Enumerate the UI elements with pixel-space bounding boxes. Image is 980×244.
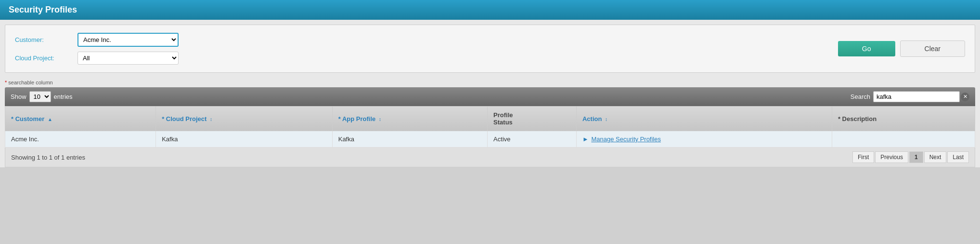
asterisk-icon: *	[5, 80, 7, 85]
go-button[interactable]: Go	[838, 41, 895, 56]
cell-description	[832, 131, 975, 148]
col-action[interactable]: Action ↕	[576, 107, 832, 131]
filter-rows-wrapper: Customer: Acme Inc. Other Customer Cloud…	[15, 33, 965, 65]
col-profile-status-label: ProfileStatus	[493, 111, 513, 126]
page-btn-first[interactable]: First	[852, 151, 874, 163]
page-title: Security Profiles	[9, 5, 971, 15]
page-btn-previous[interactable]: Previous	[875, 151, 908, 163]
manage-security-profiles-link[interactable]: Manage Security Profiles	[591, 136, 661, 143]
search-input[interactable]	[873, 91, 960, 102]
header-bar: Security Profiles	[0, 0, 980, 20]
showing-text: Showing 1 to 1 of 1 entries	[11, 154, 85, 161]
cloud-project-label: Cloud Project:	[15, 54, 77, 62]
col-app-profile-label: * App Profile	[338, 115, 376, 122]
page-btn-last[interactable]: Last	[947, 151, 969, 163]
data-table: * Customer ▲ * Cloud Project ↕ * App Pro…	[5, 106, 975, 148]
cell-customer: Acme Inc.	[5, 131, 156, 148]
entries-per-page-select[interactable]: 10 25 50	[29, 91, 51, 102]
searchable-note-text: searchable column	[8, 80, 52, 85]
action-arrow-icon: ►	[582, 136, 589, 143]
cell-cloud-project: Kafka	[156, 131, 333, 148]
table-header-row: * Customer ▲ * Cloud Project ↕ * App Pro…	[5, 107, 975, 131]
cloud-project-select[interactable]: All Kafka Other	[77, 52, 179, 65]
cloud-project-sort-icon: ↕	[210, 117, 212, 122]
col-description: * Description	[832, 107, 975, 131]
table-body: Acme Inc. Kafka Kafka Active ► Manage Se…	[5, 131, 975, 148]
col-app-profile[interactable]: * App Profile ↕	[332, 107, 487, 131]
app-profile-sort-icon: ↕	[379, 117, 381, 122]
page-btn-1[interactable]: 1	[909, 151, 923, 163]
table-row: Acme Inc. Kafka Kafka Active ► Manage Se…	[5, 131, 975, 148]
customer-sort-icon: ▲	[48, 117, 52, 122]
filter-panel: Customer: Acme Inc. Other Customer Cloud…	[5, 25, 975, 73]
col-cloud-project[interactable]: * Cloud Project ↕	[156, 107, 333, 131]
table-section: * searchable column Show 10 25 50 entrie…	[5, 78, 975, 167]
clear-button[interactable]: Clear	[900, 41, 965, 57]
cloud-project-filter-row: Cloud Project: All Kafka Other	[15, 52, 838, 65]
customer-label: Customer:	[15, 36, 77, 43]
col-profile-status: ProfileStatus	[488, 107, 577, 131]
col-customer-label: * Customer	[11, 115, 44, 122]
filter-actions: Go Clear	[838, 41, 965, 57]
entries-label: entries	[54, 93, 73, 100]
cell-action: ► Manage Security Profiles	[576, 131, 832, 148]
show-label: Show	[11, 93, 26, 100]
cell-profile-status: Active	[488, 131, 577, 148]
col-customer[interactable]: * Customer ▲	[5, 107, 156, 131]
searchable-note: * searchable column	[5, 78, 975, 87]
search-box-wrap: Search ✕	[851, 91, 969, 102]
col-description-label: * Description	[838, 115, 877, 122]
table-head: * Customer ▲ * Cloud Project ↕ * App Pro…	[5, 107, 975, 131]
action-sort-icon: ↕	[605, 117, 607, 122]
col-action-label: Action	[582, 115, 602, 122]
col-cloud-project-label: * Cloud Project	[162, 115, 206, 122]
table-footer: Showing 1 to 1 of 1 entries FirstPreviou…	[5, 148, 975, 167]
table-controls: Show 10 25 50 entries Search ✕	[5, 87, 975, 106]
customer-filter-row: Customer: Acme Inc. Other Customer	[15, 33, 838, 47]
pagination: FirstPrevious1NextLast	[852, 151, 969, 163]
page-btn-next[interactable]: Next	[924, 151, 947, 163]
cell-app-profile: Kafka	[332, 131, 487, 148]
page-wrapper: Security Profiles Customer: Acme Inc. Ot…	[0, 0, 980, 167]
search-clear-button[interactable]: ✕	[961, 93, 969, 101]
search-label: Search	[851, 93, 870, 100]
customer-select[interactable]: Acme Inc. Other Customer	[77, 33, 179, 47]
show-entries-wrapper: Show 10 25 50 entries	[11, 91, 73, 102]
filter-columns: Customer: Acme Inc. Other Customer Cloud…	[15, 33, 838, 65]
